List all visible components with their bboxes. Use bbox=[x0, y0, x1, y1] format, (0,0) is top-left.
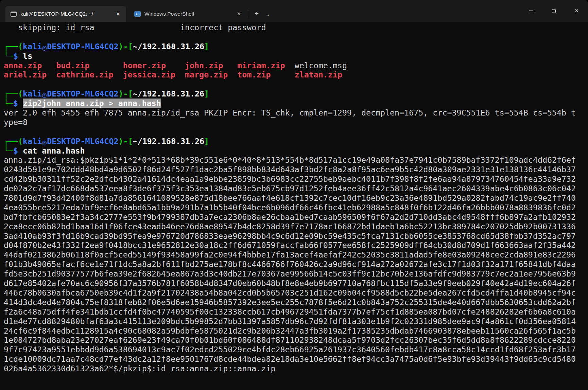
terminal-line: ┌──(kaliKDESKTOP-MLG4CQ2)-[~/192.168.31.… bbox=[4, 42, 588, 51]
maximize-icon bbox=[552, 9, 556, 13]
terminal-body[interactable]: skipping: id_rsa incorrect password┌──(k… bbox=[0, 22, 588, 390]
terminal-line: 026a4a5362330d61323a62*$/pkzip$:id_rsa:a… bbox=[4, 364, 588, 373]
terminal-line: 2ca8ecc06b82bd1baa16d1f06fce43eadb46ee76… bbox=[4, 222, 588, 231]
powershell-icon: ❯_ bbox=[134, 11, 141, 17]
tab-powershell[interactable]: ❯_ Windows PowerShell ✕ bbox=[129, 6, 247, 22]
terminal-window: kali@DESKTOP-MLG4CQ2: ~/ ✕ ❯_ Windows Po… bbox=[0, 0, 588, 390]
terminal-line: skipping: id_rsa incorrect password bbox=[4, 23, 588, 32]
terminal-icon bbox=[11, 12, 17, 17]
terminal-line: 3ad410ab93f3fd16b9cad39bd95fea9e976720d7… bbox=[4, 231, 588, 241]
terminal-line: 1e084727bd8aba23e27027eaf6269e23f49ca70f… bbox=[4, 335, 588, 345]
kali-symbol-icon: K bbox=[42, 141, 47, 145]
close-icon: ✕ bbox=[574, 8, 579, 14]
kali-symbol-icon: K bbox=[42, 46, 47, 51]
terminal-line: ariel.zip cathrine.zip jessica.zip marge… bbox=[4, 70, 588, 79]
titlebar: kali@DESKTOP-MLG4CQ2: ~/ ✕ ❯_ Windows Po… bbox=[0, 0, 588, 22]
tab-label: Windows PowerShell bbox=[144, 11, 232, 17]
minimize-button[interactable] bbox=[520, 0, 542, 22]
terminal-line: └─$ cat anna.hash bbox=[4, 146, 588, 156]
terminal-line: anna.zip bud.zip homer.zip john.zip miri… bbox=[4, 61, 588, 70]
terminal-line: 44daf0213862b06118f0acf5ced55149f93458a9… bbox=[4, 250, 588, 260]
close-button[interactable]: ✕ bbox=[565, 0, 588, 22]
tab-close-icon[interactable]: ✕ bbox=[114, 11, 122, 17]
minimize-icon bbox=[529, 11, 533, 11]
terminal-line: └─$ zip2john anna.zip > anna.hash bbox=[4, 99, 588, 108]
terminal-line: cd42b9b30311ff52c2e2dfcb4302a41614dc4eaa… bbox=[4, 174, 588, 184]
terminal-line: d617e85402afe70ac6c90956f37a3576b781f605… bbox=[4, 279, 588, 288]
terminal-line: anna.zip/id_rsa:$pkzip$1*1*2*0*513*68b*3… bbox=[4, 155, 588, 165]
terminal-line bbox=[4, 79, 588, 89]
terminal-line: d1e4e77cd8829480bfaf63a3c415113e209bdc5b… bbox=[4, 317, 588, 326]
tab-close-icon[interactable]: ✕ bbox=[235, 11, 243, 17]
terminal-line: f01b3b49065efacf6ce1e71f1dc5a8a2bf611fbd… bbox=[4, 260, 588, 269]
terminal-line: ┌──(kaliKDESKTOP-MLG4CQ2)-[~/192.168.31.… bbox=[4, 137, 588, 146]
terminal-line: fd5e3cb251d90377577b6fea39e2f682645ea867… bbox=[4, 269, 588, 279]
terminal-line bbox=[4, 127, 588, 137]
tab-label: kali@DESKTOP-MLG4CQ2: ~/ bbox=[20, 11, 112, 17]
terminal-line: 0243d591e9e702ddd48bd4a9d6502f86d24f527f… bbox=[4, 165, 588, 174]
terminal-line: 7801d9d7f93d42400f8d81a7da8561641089528e… bbox=[4, 193, 588, 203]
kali-symbol-icon: K bbox=[42, 93, 47, 98]
terminal-line: 414d3dc4ed4e7804c75ef8318feb82f06e5d6ae1… bbox=[4, 298, 588, 307]
terminal-line: 24cf6c9f844edbc1128915a4c90c68082a59bdbf… bbox=[4, 326, 588, 336]
tab-divider bbox=[249, 10, 249, 18]
terminal-line: ┌──(kaliKDESKTOP-MLG4CQ2)-[~/192.168.31.… bbox=[4, 89, 588, 99]
terminal-line: 1cde10009dc71aa7c48cd77ef43dc2a12f8ee950… bbox=[4, 354, 588, 364]
terminal-line bbox=[4, 32, 588, 42]
tab-dropdown-button[interactable]: ⌄ bbox=[262, 10, 273, 19]
window-controls: ✕ bbox=[520, 0, 588, 22]
tab-kali[interactable]: kali@DESKTOP-MLG4CQ2: ~/ ✕ bbox=[5, 6, 126, 22]
tab-strip: kali@DESKTOP-MLG4CQ2: ~/ ✕ ❯_ Windows Po… bbox=[0, 0, 273, 22]
terminal-line: ype=8 bbox=[4, 118, 588, 127]
terminal-line: d04f870b2e43f332f2ea9f0418bcc31e9652812e… bbox=[4, 241, 588, 250]
terminal-line: ver 2.0 efh 5455 efh 7875 anna.zip/id_rs… bbox=[4, 108, 588, 118]
new-tab-button[interactable]: + bbox=[251, 8, 262, 19]
terminal-line: 4ea055bce5217eda7bf9ecf6e8abd65a1bb9a291… bbox=[4, 203, 588, 212]
terminal-line: 446c78b0630afbca6750eb39c4d1f2a9f2170243… bbox=[4, 288, 588, 298]
maximize-button[interactable] bbox=[542, 0, 565, 22]
terminal-line: └─$ ls bbox=[4, 51, 588, 61]
terminal-line: de02a2c7af17dc668da537eea8f3de6f375f3c35… bbox=[4, 184, 588, 193]
terminal-line: f2a6c48a75dff4fe341bdb1ccfd4f0bc47740595… bbox=[4, 307, 588, 317]
terminal-line: bd7fbfcb65083e2f3a34c2777e553f9b4799387d… bbox=[4, 212, 588, 222]
terminal-line: 9f7c97423a9551ebbdd9d6a538694013c9ac7f02… bbox=[4, 345, 588, 354]
